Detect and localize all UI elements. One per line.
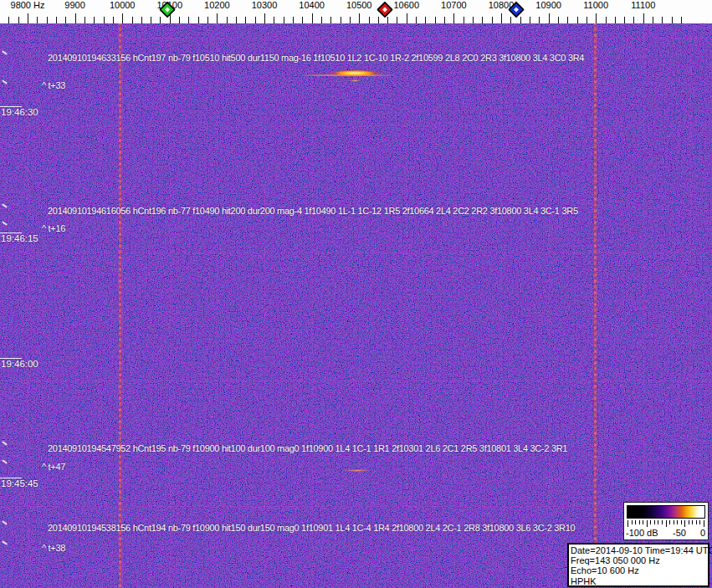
info-line: Freq=143 050 000 Hz — [571, 555, 706, 565]
freq-gridline — [75, 23, 76, 588]
freq-gridline — [217, 23, 218, 588]
db-scale-tick — [643, 520, 643, 524]
event-offset-text: ^ t+47 — [42, 462, 65, 472]
freq-tick — [227, 17, 228, 23]
freq-tick — [132, 17, 133, 23]
freq-tick — [369, 17, 370, 23]
event-offset-text: ^ t+33 — [42, 80, 65, 90]
freq-tick — [539, 17, 540, 23]
freq-tick — [65, 17, 66, 23]
blue-diamond-icon — [509, 2, 525, 18]
freq-tick — [464, 17, 464, 23]
db-scale-tick — [704, 520, 704, 527]
meteor-echo — [300, 74, 398, 76]
freq-gridline — [453, 23, 454, 588]
meteor-echo — [344, 469, 371, 472]
db-scale-tick — [662, 520, 663, 524]
freq-gridline — [122, 23, 123, 588]
freq-tick — [606, 17, 607, 23]
freq-tick — [643, 13, 644, 23]
db-scale-tick — [666, 520, 667, 527]
freq-tick — [672, 17, 673, 23]
freq-tick — [577, 17, 578, 23]
freq-axis-label: 10900 — [535, 0, 561, 10]
freq-tick — [160, 17, 161, 23]
freq-tick — [8, 17, 9, 23]
db-label-mid: -50 — [673, 528, 686, 538]
freq-tick — [350, 17, 351, 23]
event-offset-text: ^ t+38 — [42, 543, 65, 553]
db-scale-tick — [684, 520, 685, 527]
freq-tick — [302, 17, 303, 23]
status-info-box: Date=2014-09-10 Time=19:44 UTCFreq=143 0… — [567, 543, 709, 587]
db-scale-tick — [647, 520, 648, 527]
info-line: HPHK — [571, 576, 706, 586]
event-log-text: 20140910194616056 hCnt196 nb-77 f10490 h… — [48, 206, 578, 216]
time-gridline — [0, 253, 712, 253]
freq-marker-green[interactable] — [160, 2, 176, 18]
freq-tick — [188, 17, 189, 23]
info-line: Date=2014-09-10 Time=19:44 UTC — [571, 545, 706, 555]
freq-tick — [179, 17, 180, 23]
freq-tick — [662, 17, 663, 23]
freq-tick — [416, 17, 417, 23]
db-label-min: -100 dB — [626, 528, 658, 538]
freq-tick — [104, 17, 105, 23]
event-log-text: 20140910194538156 hCnt194 nb-79 f10900 h… — [48, 523, 575, 533]
time-label: 19:46:30 — [1, 107, 38, 117]
freq-tick — [530, 17, 530, 23]
freq-tick — [444, 17, 445, 23]
carrier-signal-stripe — [594, 23, 597, 588]
freq-axis-label: 10000 — [110, 0, 136, 10]
db-scale-tick — [635, 520, 636, 524]
freq-tick — [492, 17, 493, 23]
freq-gridline — [264, 23, 265, 588]
info-line: Echo=10 600 Hz — [571, 565, 706, 575]
freq-axis-label: 10300 — [252, 0, 278, 10]
freq-tick — [397, 17, 397, 23]
freq-tick — [359, 13, 360, 23]
freq-tick — [56, 17, 57, 23]
db-scale-tick — [689, 520, 689, 524]
freq-tick — [94, 17, 95, 23]
freq-tick — [37, 17, 38, 23]
time-gridline — [0, 38, 712, 38]
freq-tick — [330, 17, 331, 23]
freq-tick — [151, 17, 151, 23]
db-scale-tick — [654, 520, 655, 524]
freq-tick — [435, 17, 436, 23]
frequency-ruler: 9800 Hz990010000101001020010300104001050… — [0, 0, 712, 23]
freq-gridline — [501, 23, 502, 588]
freq-tick — [587, 17, 587, 23]
spectrogram-app: 9800 Hz990010000101001020010300104001050… — [0, 0, 712, 588]
spectrogram-noise-texture — [0, 23, 712, 588]
freq-axis-label: 10600 — [394, 0, 420, 10]
freq-tick — [653, 17, 653, 23]
freq-tick — [407, 13, 407, 23]
carrier-signal-stripe — [119, 23, 121, 588]
freq-tick — [18, 17, 19, 23]
freq-axis-label: 10700 — [441, 0, 467, 10]
event-log-text: 20140910194633156 hCnt197 nb-79 f10510 h… — [48, 53, 584, 63]
freq-tick — [274, 17, 274, 23]
db-scale-tick — [627, 520, 628, 527]
freq-axis-label: 10400 — [299, 0, 325, 10]
freq-tick — [378, 17, 379, 23]
freq-marker-blue[interactable] — [509, 2, 525, 18]
time-gridline — [0, 506, 712, 507]
db-scale-tick — [677, 520, 678, 524]
freq-axis-label: 10500 — [346, 0, 372, 10]
db-scale-tick — [669, 520, 670, 524]
freq-tick — [501, 13, 502, 23]
freq-tick — [453, 13, 454, 23]
freq-tick — [341, 17, 341, 23]
freq-tick — [207, 17, 208, 23]
freq-marker-red[interactable] — [377, 2, 393, 18]
event-log-text: 20140910194547952 hCnt195 nb-79 f10900 h… — [48, 443, 567, 453]
db-scale-tick — [650, 520, 651, 524]
freq-tick — [549, 13, 550, 23]
freq-axis-label: 9900 — [64, 0, 85, 10]
freq-tick — [245, 17, 246, 23]
freq-tick — [122, 13, 123, 23]
freq-tick — [293, 17, 294, 23]
